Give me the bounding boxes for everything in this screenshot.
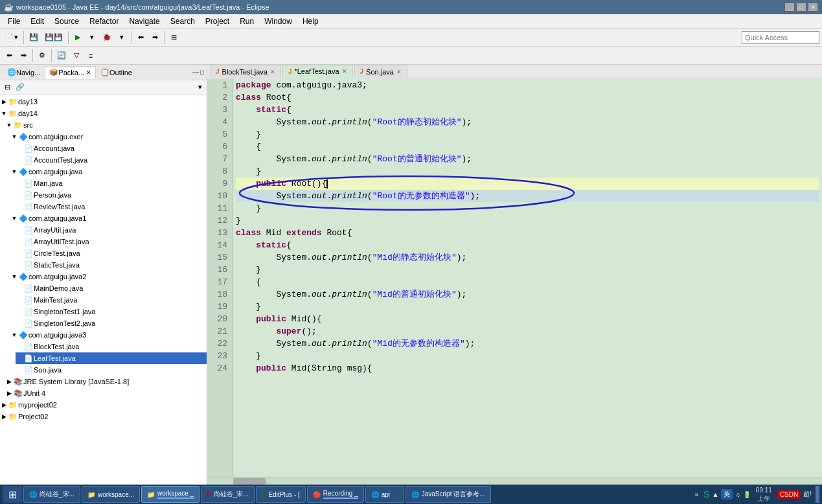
menu-run[interactable]: Run [234,16,259,27]
tab-son[interactable]: J Son.java ✕ [354,65,407,78]
tree-item-singleton2[interactable]: 📄 SingletonTest2.java [16,317,207,329]
window-controls[interactable]: _ □ ✕ [784,3,818,12]
taskbar-btn-js[interactable]: 🌐 JavaScript 语言参考... [405,486,491,503]
menu-edit[interactable]: Edit [25,16,49,27]
taskbar-btn-api[interactable]: 🌐 api [365,486,404,503]
taskbar-extra-icon[interactable]: 超! [803,490,812,499]
tree-item-arrayutiltest[interactable]: 📄 ArrayUtilTest.java [16,236,207,247]
tree-item-project02[interactable]: ▶ 📁 Project02 [0,411,207,422]
tree-item-java1[interactable]: ▼ 🔷 com.atguigu.java1 [10,212,207,224]
tree-item-son[interactable]: 📄 Son.java [16,364,207,376]
tree-item-reviewtest[interactable]: 📄 ReviewTest.java [16,201,207,212]
prev-edit-button[interactable]: ⬅ [3,49,16,63]
menu-search[interactable]: Search [165,16,200,27]
tree-item-maintest[interactable]: 📄 MainTest.java [16,294,207,306]
quick-access-input[interactable] [742,31,819,44]
tab-blocktest-icon: J [216,68,220,75]
tree-item-day14[interactable]: ▼ 📁 day14 [0,108,207,119]
taskbar-sound-icon[interactable]: ♫ [735,491,740,498]
tree-item-src[interactable]: ▼ 📁 src [5,119,207,131]
synchronize-button[interactable]: 🔄 [54,49,69,63]
debug-button[interactable]: 🐞 [100,30,114,45]
taskbar-btn-recording[interactable]: 🔴 Recording _ [307,486,364,503]
menu-window[interactable]: Window [259,16,297,27]
forward-button[interactable]: ➡ [148,30,161,45]
tb2-sep2 [51,49,52,62]
tree-item-day13[interactable]: ▶ 📁 day13 [0,96,207,108]
tab-package-explorer[interactable]: 📦 Packa... ✕ [45,66,96,79]
minimize-button[interactable]: _ [784,3,795,12]
tab-son-close[interactable]: ✕ [396,69,402,75]
taskbar-tray-arrow[interactable]: ▲ [712,491,718,498]
tab-outline[interactable]: 📋 Outline [96,66,137,79]
maximize-button[interactable]: □ [796,3,806,12]
tab-blocktest-close[interactable]: ✕ [270,69,275,75]
collapse-button[interactable]: ▽ [70,49,83,63]
back-button[interactable]: ⬅ [134,30,147,45]
taskbar-arrow[interactable]: » [692,491,702,498]
tree-item-account[interactable]: 📄 Account.java [16,143,207,154]
tab-blocktest[interactable]: J BlockTest.java ✕ [210,65,281,78]
save-all-button[interactable]: 💾💾 [42,30,65,45]
tree-item-exer[interactable]: ▼ 🔷 com.atguigu.exer [10,131,207,143]
tree-item-blocktest[interactable]: 📄 BlockTest.java [16,341,207,352]
collapse-all-button[interactable]: ⊟ [3,83,12,91]
text-cursor [326,179,328,189]
taskbar-btn-workspace2[interactable]: 📁 workspace _ [141,486,200,503]
menu-navigate[interactable]: Navigate [124,16,165,27]
taskbar-btn-workspace1[interactable]: 📁 workspace... [82,486,140,503]
icon-java3: 🔷 [18,331,29,339]
view-menu-button[interactable]: ▾ [196,83,204,91]
tree-item-person[interactable]: 📄 Person.java [16,189,207,201]
run-button[interactable]: ▶ [71,30,84,45]
tree-item-singleton1[interactable]: 📄 SingletonTest1.java [16,306,207,317]
tree-item-java2[interactable]: ▼ 🔷 com.atguigu.java2 [10,271,207,282]
next-edit-button[interactable]: ➡ [17,49,30,63]
tree-item-statictest[interactable]: 📄 StaticTest.java [16,259,207,271]
toolbar-menu-button[interactable]: ≡ [84,49,97,63]
code-editor[interactable]: 12345 678910 1112131415 1617181920 21222… [207,79,822,477]
code-area: 12345 678910 1112131415 1617181920 21222… [207,79,822,477]
tree-item-arrayutil[interactable]: 📄 ArrayUtil.java [16,224,207,236]
workspace1-icon: 📁 [87,491,95,498]
menu-file[interactable]: File [3,16,25,27]
sidebar-controls: ⊟ 🔗 ▾ [0,80,207,95]
package-tab-close[interactable]: ✕ [86,69,91,76]
taskbar-btn-ppt[interactable]: P 尚硅谷_宋... [201,486,255,503]
tree-item-jre[interactable]: ▶ 📚 JRE System Library [JavaSE-1.8] [5,376,207,387]
tab-leaftest[interactable]: J *LeafTest.java ✕ [282,65,353,78]
close-button[interactable]: ✕ [808,3,818,12]
new-button[interactable]: 📄▾ [3,30,21,45]
tree-item-circletest[interactable]: 📄 CircleTest.java [16,247,207,259]
tree-item-maindemo[interactable]: 📄 MainDemo.java [16,282,207,294]
minimize-view-button[interactable]: — [192,69,199,76]
taskbar-btn-chrome[interactable]: 🌐 尚硅谷_宋... [23,486,80,503]
taskbar-lang-icon[interactable]: 英 [721,489,733,499]
maximize-view-button[interactable]: □ [200,69,204,76]
debug-dropdown[interactable]: ▾ [115,30,128,45]
taskbar-btn-editplus[interactable]: E EditPlus - [ [256,486,306,503]
start-button[interactable]: ⊞ [3,486,22,503]
menu-source[interactable]: Source [49,16,84,27]
tree-item-man[interactable]: 📄 Man.java [16,178,207,189]
menu-project[interactable]: Project [200,16,234,27]
tree-item-java3[interactable]: ▼ 🔷 com.atguigu.java3 [10,329,207,341]
save-button[interactable]: 💾 [27,30,41,45]
menu-refactor[interactable]: Refactor [84,16,124,27]
tree-item-accounttest[interactable]: 📄 AccountTest.java [16,154,207,166]
tree-item-java[interactable]: ▼ 🔷 com.atguigu.java [10,166,207,178]
perspective-button[interactable]: ⊞ [167,30,180,45]
editor-hscroll[interactable] [207,477,822,485]
tree-item-leaftest[interactable]: 📄 LeafTest.java [16,352,207,364]
label-arrayutiltest: ArrayUtilTest.java [34,238,89,246]
taskbar-show-desktop[interactable] [816,486,819,503]
run-dropdown[interactable]: ▾ [86,30,98,45]
tab-leaftest-close[interactable]: ✕ [342,68,347,74]
tab-navigator[interactable]: 🌐 Navig... [3,66,45,79]
menu-help[interactable]: Help [297,16,324,27]
taskbar-csdn-icon[interactable]: CSDN [777,490,801,499]
tree-item-myproject02[interactable]: ▶ 📁 myproject02 [0,399,207,411]
tree-item-junit[interactable]: ▶ 📚 JUnit 4 [5,387,207,399]
hierarchy-button[interactable]: ⚙ [36,49,49,63]
link-with-editor-button[interactable]: 🔗 [14,83,27,91]
